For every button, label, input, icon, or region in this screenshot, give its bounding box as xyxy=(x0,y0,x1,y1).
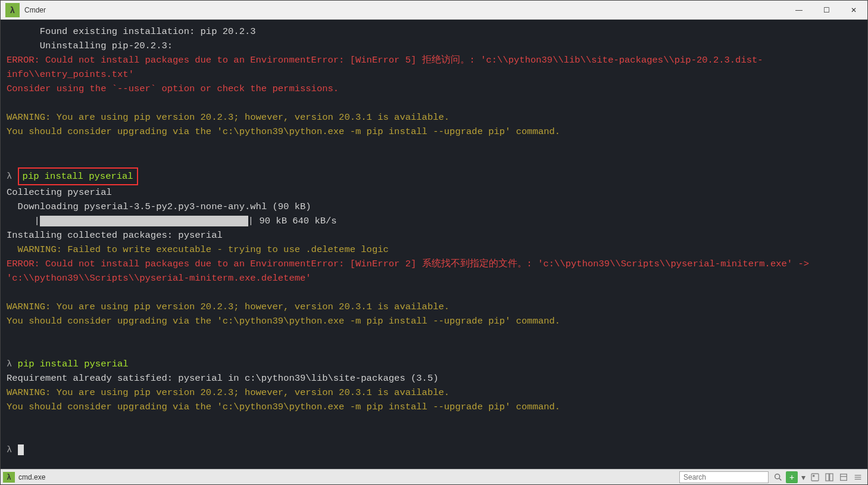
terminal-line: You should consider upgrading via the 'c… xyxy=(7,400,861,414)
svg-rect-3 xyxy=(813,475,814,477)
terminal-line xyxy=(7,139,861,153)
svg-line-1 xyxy=(779,478,781,480)
terminal-line: λ pip install pyserial xyxy=(7,167,861,185)
maximize-button[interactable]: ☐ xyxy=(813,1,840,20)
terminal-line: Requirement already satisfied: pyserial … xyxy=(7,371,861,385)
svg-rect-6 xyxy=(841,474,847,480)
terminal-line xyxy=(7,153,861,167)
close-button[interactable]: ✕ xyxy=(840,1,867,20)
terminal-line: WARNING: You are using pip version 20.2.… xyxy=(7,385,861,400)
terminal-line: Found existing installation: pip 20.2.3 xyxy=(7,24,861,39)
terminal-line xyxy=(7,328,861,343)
terminal-line xyxy=(7,343,861,357)
terminal-line: λ xyxy=(7,443,861,457)
cursor xyxy=(18,444,24,455)
toolbar-icon-3[interactable] xyxy=(837,471,850,484)
terminal-line: Downloading pyserial-3.5-py2.py3-none-an… xyxy=(7,200,861,214)
terminal-line: WARNING: You are using pip version 20.2.… xyxy=(7,300,861,314)
terminal-output[interactable]: Found existing installation: pip 20.2.3 … xyxy=(1,20,867,469)
terminal-line xyxy=(7,285,861,300)
terminal-line: WARNING: Failed to write executable - tr… xyxy=(7,242,861,257)
toolbar-icon-2[interactable] xyxy=(823,471,836,484)
svg-rect-5 xyxy=(830,474,833,481)
window-title: Cmder xyxy=(24,6,785,14)
tab-icon: λ xyxy=(3,472,15,483)
window-controls: — ☐ ✕ xyxy=(785,1,867,20)
terminal-line: Installing collected packages: pyserial xyxy=(7,228,861,242)
terminal-line: You should consider upgrading via the 'c… xyxy=(7,125,861,139)
svg-point-0 xyxy=(775,474,780,478)
active-tab-label[interactable]: cmd.exe xyxy=(18,473,90,481)
svg-rect-4 xyxy=(826,474,829,481)
terminal-line xyxy=(7,428,861,443)
app-icon: λ xyxy=(5,3,20,17)
terminal-line: ERROR: Could not install packages due to… xyxy=(7,53,861,82)
terminal-line: || 90 kB 640 kB/s xyxy=(7,214,861,228)
menu-icon[interactable] xyxy=(851,471,864,484)
terminal-line xyxy=(7,96,861,110)
new-tab-dropdown-icon[interactable]: ▾ xyxy=(799,471,807,484)
new-tab-button[interactable]: + xyxy=(786,471,798,483)
terminal-line: ERROR: Could not install packages due to… xyxy=(7,257,861,285)
terminal-line: λ pip install pyserial xyxy=(7,357,861,371)
command-highlight-box: pip install pyserial xyxy=(18,167,138,185)
progress-bar xyxy=(40,216,248,226)
terminal-line: WARNING: You are using pip version 20.2.… xyxy=(7,110,861,125)
search-icon[interactable] xyxy=(772,471,785,484)
minimize-button[interactable]: — xyxy=(785,1,813,20)
search-input[interactable] xyxy=(679,471,769,483)
terminal-line: Uninstalling pip-20.2.3: xyxy=(7,39,861,53)
status-bar: λ cmd.exe + ▾ xyxy=(1,469,867,484)
titlebar: λ Cmder — ☐ ✕ xyxy=(1,1,867,20)
terminal-line xyxy=(7,414,861,428)
svg-rect-2 xyxy=(811,474,819,481)
terminal-line: You should consider upgrading via the 'c… xyxy=(7,314,861,328)
toolbar-icon-1[interactable] xyxy=(808,471,822,484)
terminal-line: Consider using the `--user` option or ch… xyxy=(7,82,861,96)
terminal-line: Collecting pyserial xyxy=(7,185,861,200)
